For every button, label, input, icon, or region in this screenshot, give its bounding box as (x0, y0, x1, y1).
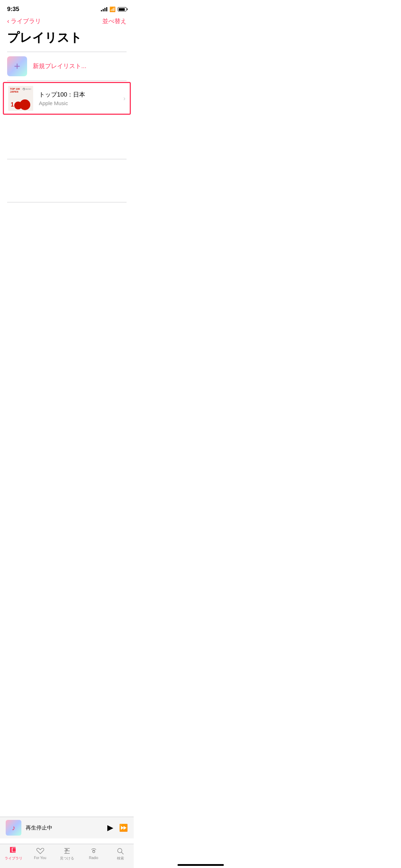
chevron-left-icon: ‹ (7, 17, 9, 25)
nav-bar: ‹ ライブラリ 並べ替え (0, 16, 134, 28)
status-time: 9:35 (7, 6, 19, 13)
battery-icon (118, 7, 127, 11)
new-playlist-label: 新規プレイリスト... (33, 62, 86, 70)
playlist-row[interactable]: TOP 100JAPAN MUSIC 1 トップ100：日本 Apple Mus… (3, 82, 131, 115)
empty-section-2 (0, 159, 134, 202)
signal-bars-icon (101, 7, 107, 11)
content-area: + 新規プレイリスト... TOP 100JAPAN MUSIC 1 (0, 52, 134, 302)
plus-icon: + (14, 61, 20, 72)
apple-music-logo: MUSIC (22, 88, 31, 91)
playlist-thumbnail: TOP 100JAPAN MUSIC 1 (8, 86, 33, 111)
empty-section-1 (0, 116, 134, 159)
back-label: ライブラリ (11, 17, 41, 25)
new-playlist-thumbnail: + (7, 56, 27, 76)
playlist-info: トップ100：日本 Apple Music (39, 91, 118, 106)
back-button[interactable]: ‹ ライブラリ (7, 17, 41, 25)
empty-section-3 (0, 202, 134, 245)
mid-divider (7, 81, 127, 81)
page-title: プレイリスト (0, 28, 134, 52)
playlist-subtitle: Apple Music (39, 100, 118, 106)
wifi-icon: 📶 (109, 6, 115, 12)
sort-button[interactable]: 並べ替え (102, 17, 127, 25)
playlist-name: トップ100：日本 (39, 91, 118, 99)
chevron-right-icon: › (123, 95, 125, 102)
status-bar: 9:35 📶 (0, 0, 134, 16)
status-icons: 📶 (101, 6, 127, 12)
new-playlist-row[interactable]: + 新規プレイリスト... (0, 52, 134, 81)
